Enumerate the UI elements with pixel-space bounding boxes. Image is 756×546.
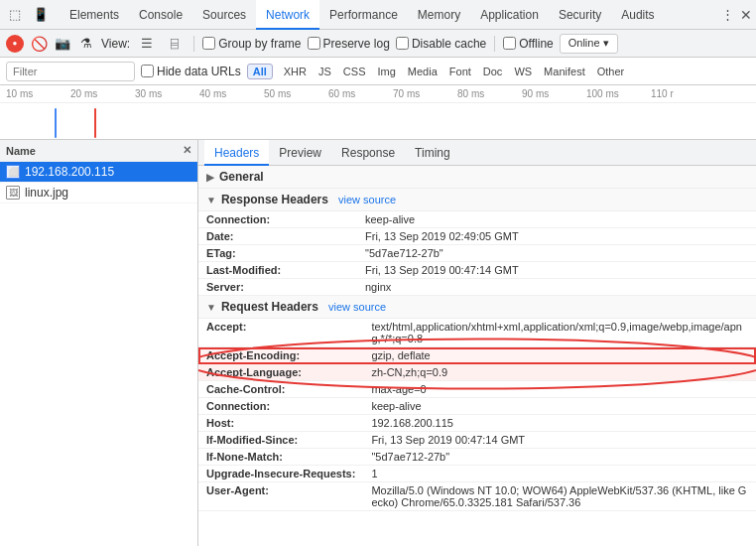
general-toggle-icon: ▶ [206,172,214,183]
table-row-highlight-2: Accept-Language: zh-CN,zh;q=0.9 [198,364,756,381]
request-headers-section-header[interactable]: ▼ Request Headers view source [198,296,756,319]
header-value: keep-alive [357,211,756,228]
request-headers-view-source[interactable]: view source [328,301,386,313]
header-value: max-age=0 [363,381,756,398]
table-row: Date: Fri, 13 Sep 2019 02:49:05 GMT [198,228,756,245]
header-name: If-Modified-Since: [198,432,363,449]
toolbar-separator [193,36,194,52]
request-headers-title: Request Headers [221,300,318,314]
disable-cache-checkbox[interactable] [396,37,409,50]
tab-memory[interactable]: Memory [408,0,470,30]
filter-manifest[interactable]: Manifest [539,65,590,78]
table-row: Accept: text/html,application/xhtml+xml,… [198,319,756,347]
tick-40ms: 40 ms [199,88,264,99]
filter-input[interactable] [6,62,135,81]
file-icon-img: 🖼 [6,186,20,200]
header-value: Fri, 13 Sep 2019 02:49:05 GMT [357,228,756,245]
header-value: nginx [357,279,756,296]
tab-sources[interactable]: Sources [192,0,256,30]
response-headers-section-header[interactable]: ▼ Response Headers view source [198,189,756,211]
detail-tab-response[interactable]: Response [331,140,405,166]
toolbar-separator-2 [494,36,495,52]
tab-application[interactable]: Application [470,0,549,30]
request-headers-table: Accept: text/html,application/xhtml+xml,… [198,319,756,511]
header-value: "5d7ae712-27b" [363,449,756,466]
header-value: keep-alive [363,398,756,415]
offline-checkbox[interactable] [503,37,516,50]
tab-network[interactable]: Network [256,0,319,30]
filter-bar: Hide data URLs All XHR JS CSS Img Media … [0,58,756,85]
header-name: Host: [198,415,363,432]
request-headers-toggle-icon: ▼ [206,302,216,313]
header-value: 1 [363,466,756,482]
header-value: text/html,application/xhtml+xml,applicat… [363,319,756,347]
view-label: View: [101,37,130,51]
tick-110ms: 110 r [651,88,715,99]
tab-elements[interactable]: Elements [60,0,129,30]
inspect-icon[interactable]: ⬚ [4,4,26,26]
file-name-0: 192.168.200.115 [25,165,114,179]
network-toolbar: ● 🚫 📷 ⚗ View: ☰ ⌸ Group by frame Preserv… [0,30,756,58]
detail-tab-bar: Headers Preview Response Timing [198,140,756,166]
close-devtools-button[interactable]: ✕ [740,7,752,23]
header-value: gzip, deflate [363,347,756,364]
stop-button[interactable]: 🚫 [30,35,48,53]
hide-data-urls-toggle[interactable]: Hide data URLs [141,65,241,78]
all-filter-button[interactable]: All [247,64,273,79]
filter-font[interactable]: Font [444,65,476,78]
tab-performance[interactable]: Performance [319,0,408,30]
filter-toggle-button[interactable]: ⚗ [77,35,95,53]
filter-doc[interactable]: Doc [478,65,508,78]
filter-other[interactable]: Other [592,65,630,78]
device-icon[interactable]: 📱 [30,4,52,26]
preserve-log-toggle[interactable]: Preserve log [308,37,390,51]
offline-toggle[interactable]: Offline [503,37,553,51]
online-dropdown[interactable]: Online ▾ [560,34,618,54]
timeline-red-marker [94,108,96,138]
view-list-icon[interactable]: ☰ [136,33,158,55]
general-section-header[interactable]: ▶ General [198,166,756,189]
response-headers-view-source[interactable]: view source [338,194,396,205]
more-tabs-icon[interactable]: ⋮ [716,4,738,26]
tick-10ms: 10 ms [6,88,70,99]
file-panel-close[interactable]: ✕ [183,144,191,157]
tab-console[interactable]: Console [129,0,192,30]
detail-content: ▶ General ▼ Response Headers view source… [198,166,756,511]
header-name: ETag: [198,245,357,262]
disable-cache-toggle[interactable]: Disable cache [396,37,486,51]
tab-audits[interactable]: Audits [611,0,664,30]
camera-button[interactable]: 📷 [54,35,71,53]
response-headers-toggle-icon: ▼ [206,195,216,205]
table-row: Server: nginx [198,279,756,296]
tab-security[interactable]: Security [549,0,611,30]
response-headers-title: Response Headers [221,193,328,206]
hide-data-urls-checkbox[interactable] [141,65,154,77]
table-row: Upgrade-Insecure-Requests: 1 [198,466,756,482]
preserve-log-checkbox[interactable] [308,37,320,50]
detail-tab-preview[interactable]: Preview [269,140,331,166]
tick-70ms: 70 ms [393,88,457,99]
table-row: Connection: keep-alive [198,398,756,415]
detail-tab-headers[interactable]: Headers [204,140,269,166]
filter-media[interactable]: Media [403,65,442,78]
filter-img[interactable]: Img [372,65,400,78]
record-button[interactable]: ● [6,35,24,53]
header-name: Accept-Encoding: [198,347,363,364]
tick-50ms: 50 ms [264,88,328,99]
group-by-frame-checkbox[interactable] [202,37,215,50]
file-name-1: linux.jpg [25,186,68,200]
filter-xhr[interactable]: XHR [279,65,312,78]
file-list-item-0[interactable]: ⬜ 192.168.200.115 [0,162,197,183]
tick-20ms: 20 ms [70,88,135,99]
detail-tab-timing[interactable]: Timing [405,140,460,166]
general-section-title: General [219,170,264,184]
filter-js[interactable]: JS [314,65,336,78]
view-grid-icon[interactable]: ⌸ [164,33,186,55]
group-by-frame-toggle[interactable]: Group by frame [202,37,301,51]
table-row: Connection: keep-alive [198,211,756,228]
file-list-item-1[interactable]: 🖼 linux.jpg [0,183,197,204]
filter-css[interactable]: CSS [338,65,371,78]
file-panel: Name ✕ ⬜ 192.168.200.115 🖼 linux.jpg [0,140,198,546]
header-name: User-Agent: [198,482,363,511]
filter-ws[interactable]: WS [509,65,537,78]
